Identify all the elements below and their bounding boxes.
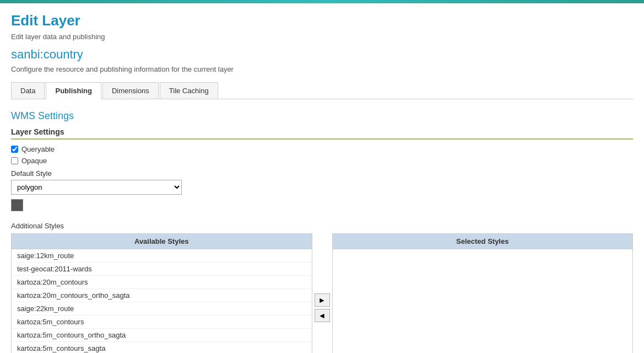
- tab-dimensions[interactable]: Dimensions: [102, 82, 159, 99]
- opaque-checkbox[interactable]: [11, 157, 18, 164]
- selected-styles-header: Selected Styles: [333, 234, 633, 249]
- transfer-buttons: ► ◄: [312, 293, 332, 322]
- transfer-right-button[interactable]: ►: [315, 293, 330, 307]
- selected-styles-panel: Selected Styles: [332, 233, 634, 353]
- layer-description: Configure the resource and publishing in…: [11, 65, 633, 73]
- color-swatch[interactable]: [11, 199, 23, 211]
- available-style-item[interactable]: kartoza:5m_contours_ortho_sagta: [12, 329, 312, 342]
- available-styles-panel: Available Styles saige:12km_routetest-ge…: [11, 233, 312, 353]
- queryable-label: Queryable: [21, 145, 55, 153]
- available-style-item[interactable]: kartoza:5m_contours: [12, 315, 312, 329]
- default-style-label: Default Style: [11, 169, 633, 178]
- available-style-item[interactable]: saige:22km_route: [12, 302, 312, 315]
- layer-settings-label: Layer Settings: [11, 127, 633, 140]
- tab-bar: Data Publishing Dimensions Tile Caching: [11, 82, 633, 99]
- selected-styles-list: [333, 249, 633, 353]
- queryable-row: Queryable: [11, 145, 633, 153]
- available-style-item[interactable]: kartoza:20m_contours: [12, 276, 312, 289]
- available-style-item[interactable]: saige:12km_route: [12, 249, 312, 263]
- available-style-item[interactable]: kartoza:20m_contours_ortho_sagta: [12, 289, 312, 302]
- transfer-left-button[interactable]: ◄: [315, 309, 330, 322]
- opaque-label: Opaque: [21, 157, 47, 165]
- available-style-item[interactable]: kartoza:5m_contours_sagta: [12, 342, 312, 353]
- layer-name: sanbi:country: [11, 47, 633, 62]
- tab-data[interactable]: Data: [11, 82, 45, 99]
- default-style-select[interactable]: polygon: [11, 180, 182, 195]
- wms-settings-title: WMS Settings: [11, 110, 633, 122]
- opaque-row: Opaque: [11, 157, 633, 165]
- available-style-item[interactable]: test-geocat:2011-wards: [12, 263, 312, 276]
- styles-container: Available Styles saige:12km_routetest-ge…: [11, 233, 633, 353]
- additional-styles-label: Additional Styles: [11, 222, 633, 230]
- page-wrapper: Edit Layer Edit layer data and publishin…: [0, 3, 644, 353]
- page-title: Edit Layer: [11, 12, 633, 29]
- tab-publishing[interactable]: Publishing: [46, 82, 101, 99]
- tab-tile-caching[interactable]: Tile Caching: [160, 82, 218, 99]
- page-subtitle: Edit layer data and publishing: [11, 33, 633, 41]
- available-styles-list: saige:12km_routetest-geocat:2011-wardska…: [12, 249, 312, 353]
- queryable-checkbox[interactable]: [11, 146, 18, 153]
- available-styles-header: Available Styles: [12, 234, 312, 249]
